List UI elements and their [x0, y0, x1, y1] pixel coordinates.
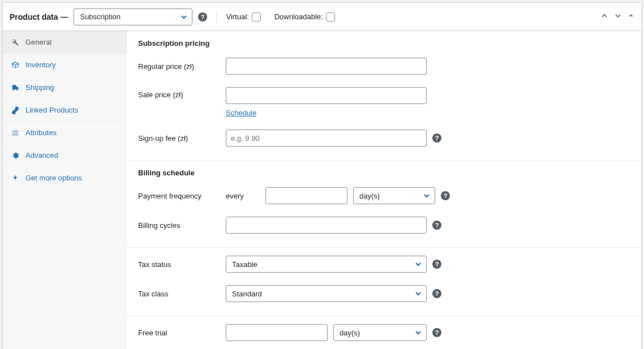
tax-status-select[interactable]: Taxable: [226, 256, 427, 273]
list-icon: [11, 129, 20, 137]
tab-label: Inventory: [25, 61, 55, 69]
chevron-down-icon: [181, 14, 187, 20]
billing-cycles-input[interactable]: [226, 217, 427, 234]
payment-frequency-input[interactable]: [265, 187, 347, 204]
tax-class-label: Tax class: [138, 290, 226, 298]
product-type-help-icon[interactable]: ?: [198, 12, 207, 21]
wrench-icon: [11, 38, 20, 46]
tab-get-more-options[interactable]: Get more options: [3, 167, 126, 189]
signup-fee-label: Sign-up fee (zł): [138, 134, 226, 143]
virtual-checkbox[interactable]: [252, 12, 261, 21]
separator: [216, 11, 217, 23]
tab-label: Linked Products: [25, 106, 78, 114]
virtual-checkbox-group[interactable]: Virtual:: [226, 12, 260, 21]
payment-frequency-help-icon[interactable]: ?: [441, 191, 450, 200]
tax-class-value: Standard: [232, 290, 262, 298]
tax-status-label: Tax status: [138, 260, 226, 269]
metabox-header: Product data — Subscription ? Virtual: D…: [3, 3, 641, 31]
chevron-down-icon: [415, 290, 422, 297]
tab-attributes[interactable]: Attributes: [3, 122, 126, 144]
tab-linked-products[interactable]: Linked Products: [3, 99, 126, 122]
tax-status-help-icon[interactable]: ?: [432, 260, 441, 269]
product-type-value: Subscription: [80, 12, 121, 21]
tab-advanced[interactable]: Advanced: [3, 144, 126, 167]
free-trial-row: Free trial day(s) ?: [138, 324, 630, 341]
tab-inventory[interactable]: Inventory: [3, 54, 126, 76]
tab-label: General: [25, 38, 51, 46]
section-heading: Subscription pricing: [138, 39, 630, 48]
virtual-label: Virtual:: [226, 12, 248, 21]
collapse-icon[interactable]: [628, 12, 634, 21]
inventory-icon: [11, 61, 20, 69]
payment-frequency-row: Payment frequency every day(s) ?: [138, 187, 630, 204]
chevron-down-icon: [415, 261, 422, 268]
downloadable-checkbox[interactable]: [326, 12, 335, 21]
billing-cycles-label: Billing cycles: [138, 221, 226, 230]
plus-sparkle-icon: [11, 174, 20, 182]
tax-class-help-icon[interactable]: ?: [432, 289, 441, 298]
sale-price-label: Sale price (zł): [138, 87, 226, 99]
section-heading: Billing schedule: [138, 169, 630, 177]
tab-general[interactable]: General: [3, 31, 126, 54]
regular-price-label: Regular price (zł): [138, 62, 226, 71]
gear-icon: [11, 152, 20, 160]
regular-price-row: Regular price (zł): [138, 58, 630, 75]
metabox-title: Product data —: [10, 12, 68, 21]
link-icon: [11, 106, 20, 114]
truck-icon: [11, 84, 20, 92]
tab-shipping[interactable]: Shipping: [3, 76, 126, 99]
signup-fee-row: Sign-up fee (zł) ?: [138, 130, 630, 147]
billing-cycles-help-icon[interactable]: ?: [432, 221, 441, 230]
metabox-body: General Inventory Shipping Linked Produc…: [3, 31, 641, 349]
schedule-link[interactable]: Schedule: [226, 109, 427, 117]
billing-schedule-section: Billing schedule Payment frequency every…: [127, 161, 641, 248]
free-trial-unit-value: day(s): [340, 329, 360, 337]
sale-price-input[interactable]: [226, 87, 427, 104]
tax-class-row: Tax class Standard ?: [138, 285, 630, 302]
regular-price-input[interactable]: [226, 58, 427, 75]
tax-section: Tax status Taxable ? Tax class Standard: [127, 248, 641, 316]
sale-price-row: Sale price (zł) Schedule: [138, 87, 630, 117]
product-data-metabox: Product data — Subscription ? Virtual: D…: [2, 2, 642, 349]
free-trial-help-icon[interactable]: ?: [432, 328, 441, 337]
product-data-tabs: General Inventory Shipping Linked Produc…: [3, 31, 127, 349]
payment-frequency-label: Payment frequency: [138, 192, 226, 200]
move-up-icon[interactable]: [600, 12, 608, 21]
chevron-down-icon: [423, 192, 430, 199]
free-trial-input[interactable]: [226, 324, 328, 341]
payment-frequency-unit-value: day(s): [359, 192, 380, 200]
subscription-pricing-section: Subscription pricing Regular price (zł) …: [127, 31, 641, 161]
billing-cycles-row: Billing cycles ?: [138, 217, 630, 234]
move-down-icon[interactable]: [614, 12, 622, 21]
signup-fee-help-icon[interactable]: ?: [432, 133, 441, 143]
tab-label: Get more options: [25, 174, 82, 182]
downloadable-label: Downloadable:: [274, 12, 323, 21]
general-panel: Subscription pricing Regular price (zł) …: [127, 31, 641, 349]
product-type-select[interactable]: Subscription: [74, 8, 192, 25]
payment-frequency-unit-select[interactable]: day(s): [353, 187, 435, 204]
free-trial-unit-select[interactable]: day(s): [333, 324, 427, 341]
tax-status-value: Taxable: [232, 260, 257, 269]
chevron-down-icon: [415, 329, 422, 336]
tab-label: Advanced: [25, 151, 58, 160]
free-trial-label: Free trial: [138, 329, 226, 337]
signup-fee-input[interactable]: [226, 130, 427, 147]
downloadable-checkbox-group[interactable]: Downloadable:: [274, 12, 335, 21]
tax-class-select[interactable]: Standard: [226, 285, 427, 302]
tax-status-row: Tax status Taxable ?: [138, 256, 630, 273]
free-trial-section: Free trial day(s) ?: [127, 316, 641, 349]
metabox-header-controls: [600, 12, 634, 21]
every-text: every: [226, 192, 254, 200]
tab-label: Shipping: [25, 83, 54, 92]
tab-label: Attributes: [25, 128, 57, 137]
